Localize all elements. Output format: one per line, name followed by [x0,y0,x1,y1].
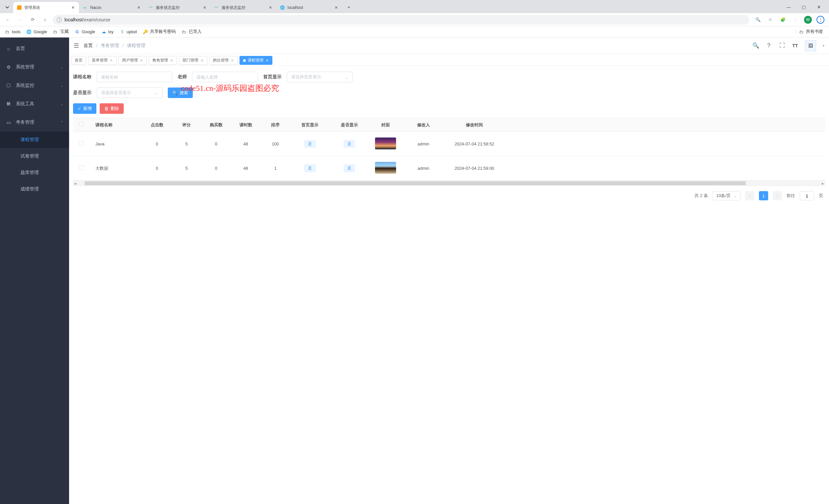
close-icon[interactable]: ✕ [110,58,113,63]
breadcrumb-mid[interactable]: 考务管理 [101,43,119,49]
fontsize-icon[interactable]: TT [792,42,798,49]
scroll-left-icon[interactable]: ◂ [73,181,77,186]
browser-tab[interactable]: ∞ Nacos ✕ [79,2,145,13]
bookmark-item[interactable]: ☁txy [101,29,113,35]
browser-tab[interactable]: 🟧 管理系统 ✕ [13,2,79,13]
scroll-right-icon[interactable]: ▸ [821,181,825,186]
browser-tab[interactable]: 〰 服务状态监控 ✕ [211,2,276,13]
app-tab-active[interactable]: 课程管理✕ [240,56,273,65]
close-icon[interactable]: ✕ [136,5,141,10]
bookmark-item[interactable]: ⇪uplod [119,29,137,35]
show-tag: 是 [344,165,355,172]
tab-title: 管理系统 [24,5,68,10]
chevron-down-icon[interactable]: ▾ [823,44,824,47]
check-icon: ✓ [78,106,81,111]
bookmark-item[interactable]: 🗀宝藏 [53,29,69,35]
sidebar-item-exam[interactable]: ▭ 考务管理 ⌃ [0,113,69,132]
close-icon[interactable]: ✕ [265,58,269,63]
home-display-select[interactable]: 请选择首页显示⌄ [287,72,353,82]
cell-name: 大数据 [89,166,142,171]
sidebar-sub-course[interactable]: 课程管理 [0,132,69,148]
show-tag: 是 [344,140,355,148]
cover-thumbnail[interactable] [375,162,396,174]
minimize-icon[interactable]: ― [784,3,793,11]
sidebar-item-home[interactable]: ⌂ 首页 [0,39,69,58]
row-checkbox[interactable] [79,141,83,146]
home-button[interactable]: ⌂ [40,15,50,25]
all-bookmarks[interactable]: 🗀所有书签 [799,29,823,35]
page-number-current[interactable]: 1 [759,191,768,200]
delete-button[interactable]: 🗑删除 [100,103,124,114]
tab-list-dropdown[interactable] [3,3,12,12]
monitor-icon: 🖵 [6,83,11,88]
course-name-input[interactable] [97,72,172,82]
row-checkbox[interactable] [79,166,83,170]
favicon-icon: 🌐 [280,5,285,10]
menu-toggle-icon[interactable]: ☰ [74,42,79,49]
close-icon[interactable]: ✕ [200,58,204,63]
breadcrumb-home[interactable]: 首页 [83,43,93,49]
reload-button[interactable]: ⟳ [28,15,37,25]
close-icon[interactable]: ✕ [140,58,143,63]
search-icon[interactable]: 🔍 [754,16,762,24]
app-tab[interactable]: 岗位管理✕ [209,56,238,65]
bookmark-item[interactable]: GGoogle [75,29,95,35]
extensions-icon[interactable]: 🧩 [779,16,787,24]
app-tab[interactable]: 菜单管理✕ [88,56,116,65]
back-button[interactable]: ← [3,15,12,25]
next-page-button[interactable]: › [773,191,782,200]
pagination: 共 2 条 10条/页⌄ ‹ 1 › 前往 页 [73,186,825,206]
browser-menu-button[interactable]: ⋮ [817,16,824,24]
prev-page-button[interactable]: ‹ [745,191,754,200]
sidebar-item-system[interactable]: ⚙ 系统管理 ⌄ [0,58,69,76]
fullscreen-icon[interactable]: ⛶ [779,42,785,49]
goto-page-input[interactable] [800,191,814,200]
favicon-icon: 〰 [214,5,219,10]
bookmark-item[interactable]: 🗀已导入 [182,29,202,35]
bookmark-item[interactable]: 🗀tools [5,29,21,35]
user-avatar[interactable]: 🖼 [805,40,816,51]
bookmark-item[interactable]: 🌐Google [26,29,47,35]
app-tab[interactable]: 角色管理✕ [149,56,177,65]
scrollbar-thumb[interactable] [84,181,746,185]
profile-avatar[interactable]: W [804,16,812,24]
book-icon: ▭ [6,120,11,125]
search-icon[interactable]: 🔍 [752,42,759,49]
page-size-select[interactable]: 10条/页⌄ [713,191,741,200]
app-tab[interactable]: 用户管理✕ [118,56,147,65]
help-icon[interactable]: ? [765,42,772,49]
app-tab[interactable]: 部门管理✕ [179,56,207,65]
bookmark-item[interactable]: 🔑共享账号密码 [143,29,176,35]
close-icon[interactable]: ✕ [333,5,339,10]
show-select[interactable]: 请选择是否显示⌄ [97,87,163,98]
close-icon[interactable]: ✕ [268,5,273,10]
add-button[interactable]: ✓新增 [73,103,96,114]
close-window-icon[interactable]: ✕ [815,3,823,11]
sidebar-sub-paper[interactable]: 试卷管理 [0,148,69,165]
maximize-icon[interactable]: ▢ [799,3,808,11]
sidebar-item-tools[interactable]: 🛠 系统工具 ⌄ [0,95,69,113]
site-info-icon[interactable]: i [57,17,62,22]
account-icon: 🔑 [143,29,148,35]
teacher-input[interactable] [192,72,258,82]
bookmark-star-icon[interactable]: ☆ [766,16,774,24]
cover-thumbnail[interactable] [375,138,396,149]
sidebar-sub-score[interactable]: 成绩管理 [0,181,69,197]
browser-tab[interactable]: 🌐 localhost ✕ [276,2,342,13]
close-icon[interactable]: ✕ [70,5,76,10]
sidebar-sub-question[interactable]: 题库管理 [0,165,69,181]
search-button[interactable]: 🔍搜索 [168,87,193,98]
close-icon[interactable]: ✕ [170,58,173,63]
horizontal-scrollbar[interactable]: ◂ ▸ [73,181,825,186]
new-tab-button[interactable]: ＋ [344,3,353,12]
close-icon[interactable]: ✕ [202,5,207,10]
sidebar-item-monitor[interactable]: 🖵 系统监控 ⌄ [0,76,69,95]
folder-icon: 🗀 [53,29,58,35]
address-bar[interactable]: i localhost/exam/course [52,15,749,25]
select-all-checkbox[interactable] [79,122,83,127]
close-icon[interactable]: ✕ [230,58,234,63]
app-tab[interactable]: 首页 [71,56,86,65]
browser-tab[interactable]: 〰 服务状态监控 ✕ [145,2,211,13]
favicon-icon: 🟧 [16,5,22,10]
forward-button[interactable]: → [15,15,25,25]
